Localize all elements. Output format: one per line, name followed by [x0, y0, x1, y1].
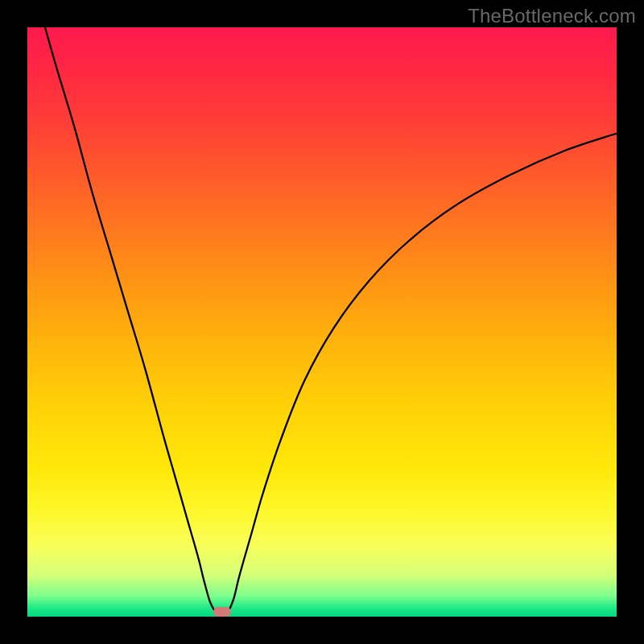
plot-area: [27, 27, 617, 617]
watermark-text: TheBottleneck.com: [468, 5, 636, 27]
bottleneck-curve: [27, 27, 617, 617]
optimal-point-marker: [213, 607, 231, 617]
chart-frame: TheBottleneck.com: [0, 0, 644, 644]
